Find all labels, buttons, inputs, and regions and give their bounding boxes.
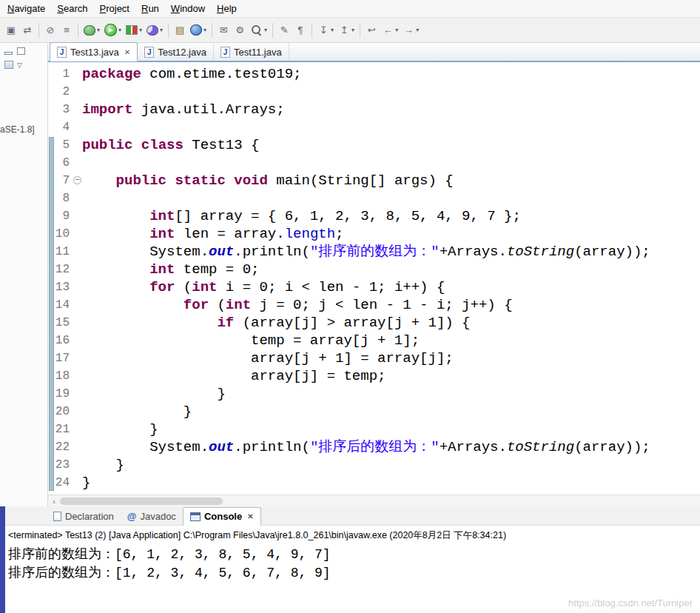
view-tab-label: Declaration [65, 511, 114, 522]
code-line[interactable]: 22 System.out.println("排序后的数组为："+Arrays.… [48, 438, 700, 456]
console-output[interactable]: 排序前的数组为：[6, 1, 2, 3, 8, 5, 4, 9, 7]排序后的数… [5, 543, 700, 585]
code-line[interactable]: 13 for (int i = 0; i < len - 1; i++) { [48, 278, 700, 296]
editor-tab-test11-java[interactable]: JTest11.java [214, 43, 289, 61]
code-line[interactable]: 16 temp = array[j + 1]; [48, 332, 700, 349]
code-text: } [82, 385, 700, 403]
code-line[interactable]: 4 [48, 118, 700, 136]
editor-tab-bar: JTest13.java✕JTest12.javaJTest11.java [48, 43, 700, 62]
profile-icon[interactable]: ▾ [144, 21, 165, 40]
package-explorer-icon[interactable] [4, 61, 13, 69]
minimize-view-icon[interactable] [4, 52, 13, 55]
show-whitespace-icon[interactable]: ¶ [292, 21, 309, 40]
code-line[interactable]: 14 for (int j = 0; j < len - 1 - i; j++)… [48, 296, 700, 314]
coverage-icon[interactable]: ▾ [124, 21, 144, 40]
view-toolbar: ▽ [0, 55, 47, 69]
declaration-icon [53, 512, 61, 521]
code-line[interactable]: 23 } [48, 456, 700, 474]
code-line[interactable]: 21 } [48, 421, 700, 438]
menu-help[interactable]: Help [211, 0, 243, 17]
code-line[interactable]: 1package com.etime.test019; [48, 65, 700, 83]
open-web-browser-dropdown-icon[interactable]: ▾ [203, 27, 206, 33]
menu-project[interactable]: Project [94, 0, 135, 17]
close-console-icon[interactable]: ✕ [247, 512, 253, 520]
run-icon[interactable]: ▶▾ [102, 21, 124, 40]
fold-collapse-icon[interactable]: − [73, 176, 81, 184]
code-line[interactable]: 8 [48, 190, 700, 207]
open-task-icon[interactable]: ✉ [215, 21, 232, 40]
code-editor[interactable]: 1package com.etime.test019;23import java… [48, 64, 700, 495]
code-line[interactable]: 9 int[] array = { 6, 1, 2, 3, 8, 5, 4, 9… [48, 207, 700, 225]
new-wizard-glyph: ▣ [5, 24, 17, 36]
menu-run[interactable]: Run [135, 0, 165, 17]
clipped-tree-label: aSE-1.8] [0, 124, 35, 135]
tab-label: Test11.java [234, 47, 282, 58]
profile-dropdown-icon[interactable]: ▾ [160, 27, 163, 33]
new-wizard-icon[interactable]: ▣ [3, 21, 19, 40]
range-indicator [49, 137, 54, 491]
fold-column: − [73, 172, 82, 190]
last-edit-location-icon[interactable]: ↩ [363, 21, 380, 40]
code-text: System.out.println("排序后的数组为："+Arrays.toS… [82, 438, 700, 456]
toggle-step-filters-glyph: ≡ [61, 24, 73, 36]
code-line[interactable]: 2 [48, 83, 700, 101]
scrollbar-thumb[interactable] [60, 498, 223, 505]
view-menu-icon[interactable]: ▽ [17, 61, 22, 69]
code-line[interactable]: 12 int temp = 0; [48, 261, 700, 278]
fold-column [73, 190, 82, 207]
view-tab-console[interactable]: Console✕ [183, 507, 261, 526]
menu-bar: NavigateSearchProjectRunWindowHelp [0, 0, 700, 18]
forward-dropdown-icon[interactable]: ▾ [416, 27, 419, 33]
code-line[interactable]: 7− public static void main(String[] args… [48, 172, 700, 190]
scroll-left-icon[interactable]: ‹ [48, 497, 60, 506]
run-dropdown-icon[interactable]: ▾ [118, 27, 121, 33]
previous-annotation-icon[interactable]: ↥▾ [336, 21, 357, 40]
back-icon[interactable]: ←▾ [380, 21, 400, 40]
previous-annotation-dropdown-icon[interactable]: ▾ [351, 27, 354, 33]
back-dropdown-icon[interactable]: ▾ [395, 27, 398, 33]
new-java-project-icon[interactable]: ▤ [172, 21, 188, 40]
external-tools-icon[interactable]: ⚙ [232, 21, 248, 40]
code-line[interactable]: 20 } [48, 403, 700, 421]
code-line[interactable]: 24} [48, 474, 700, 492]
view-tab-javadoc[interactable]: @Javadoc [121, 508, 183, 525]
code-line[interactable]: 3import java.util.Arrays; [48, 101, 700, 118]
menu-search[interactable]: Search [51, 0, 93, 17]
code-line[interactable]: 18 array[j] = temp; [48, 367, 700, 385]
menu-navigate[interactable]: Navigate [1, 0, 51, 17]
code-line[interactable]: 11 System.out.println("排序前的数组为："+Arrays.… [48, 243, 700, 261]
code-text: } [82, 474, 700, 492]
editor-tab-test13-java[interactable]: JTest13.java✕ [50, 42, 138, 61]
close-tab-icon[interactable]: ✕ [124, 48, 130, 56]
debug-icon[interactable]: ▾ [81, 21, 102, 40]
line-number: 3 [48, 101, 73, 118]
menu-window[interactable]: Window [165, 0, 211, 17]
view-tab-declaration[interactable]: Declaration [47, 508, 121, 525]
mark-occurrences-icon[interactable]: ✎ [276, 21, 292, 40]
skip-all-breakpoints-icon[interactable]: ⊘ [42, 21, 58, 40]
maximize-view-icon[interactable] [17, 47, 25, 55]
code-line[interactable]: 6 [48, 154, 700, 172]
code-line[interactable]: 5public class Test13 { [48, 136, 700, 154]
editor-tab-test12-java[interactable]: JTest12.java [138, 43, 214, 61]
open-web-browser-icon[interactable]: ▾ [188, 21, 209, 40]
search-dropdown-icon[interactable]: ▾ [264, 27, 267, 33]
code-line[interactable]: 19 } [48, 385, 700, 403]
search-icon[interactable]: ▾ [248, 21, 269, 40]
code-text: int[] array = { 6, 1, 2, 3, 8, 5, 4, 9, … [82, 207, 700, 225]
toolbar-separator [212, 23, 212, 38]
code-line[interactable]: 17 array[j + 1] = array[j]; [48, 349, 700, 367]
coverage-dropdown-icon[interactable]: ▾ [139, 27, 142, 33]
fold-column [73, 83, 82, 101]
link-with-editor-icon[interactable]: ⇄ [19, 21, 36, 40]
toggle-step-filters-icon[interactable]: ≡ [58, 21, 75, 40]
code-line[interactable]: 15 if (array[j] > array[j + 1]) { [48, 314, 700, 332]
code-line[interactable]: 10 int len = array.length; [48, 225, 700, 243]
fold-column [73, 101, 82, 118]
horizontal-scrollbar[interactable]: ‹ [48, 495, 700, 506]
next-annotation-icon[interactable]: ↧▾ [315, 21, 336, 40]
line-number: 1 [48, 65, 73, 83]
forward-icon[interactable]: →▾ [400, 21, 421, 40]
next-annotation-dropdown-icon[interactable]: ▾ [331, 27, 334, 33]
code-text: for (int i = 0; i < len - 1; i++) { [82, 278, 700, 296]
debug-dropdown-icon[interactable]: ▾ [97, 27, 100, 33]
